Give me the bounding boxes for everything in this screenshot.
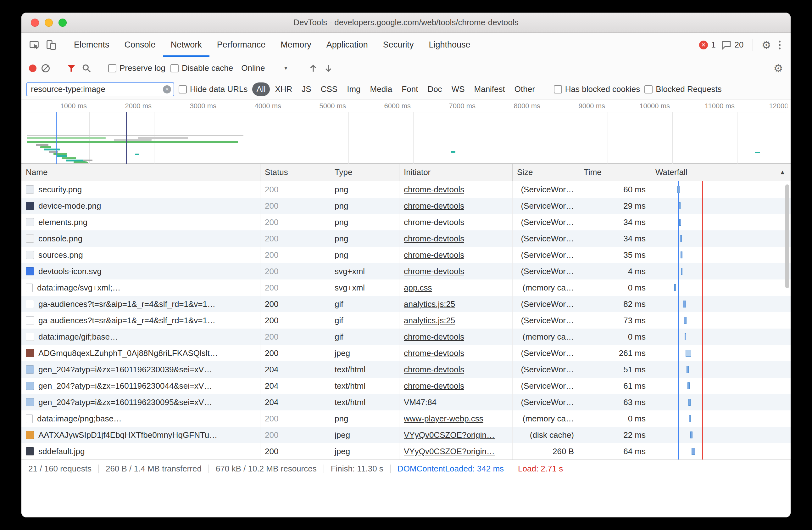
filter-pill-media[interactable]: Media <box>366 82 397 96</box>
tab-application[interactable]: Application <box>319 33 376 57</box>
initiator-link[interactable]: chrome-devtools <box>404 332 464 342</box>
tab-performance[interactable]: Performance <box>209 33 273 57</box>
initiator-link[interactable]: VM47:84 <box>404 398 436 407</box>
blocked-requests-checkbox[interactable] <box>644 85 653 94</box>
table-row[interactable]: elements.png200pngchrome-devtools(Servic… <box>21 214 791 231</box>
filter-pill-css[interactable]: CSS <box>316 82 342 96</box>
tab-security[interactable]: Security <box>376 33 421 57</box>
zoom-window-button[interactable] <box>58 18 67 27</box>
tab-console[interactable]: Console <box>117 33 163 57</box>
cell-waterfall <box>651 214 791 231</box>
filter-pill-js[interactable]: JS <box>297 82 316 96</box>
filter-pill-all[interactable]: All <box>252 82 270 96</box>
clear-filter-icon[interactable]: × <box>163 85 171 94</box>
filter-pill-manifest[interactable]: Manifest <box>470 82 509 96</box>
column-header-status[interactable]: Status <box>260 164 330 181</box>
tab-network[interactable]: Network <box>163 33 209 57</box>
cell-time: 0 ms <box>579 410 651 427</box>
table-row[interactable]: ga-audiences?t=sr&aip=1&_r=4&slf_rd=1&v=… <box>21 312 791 329</box>
table-row[interactable]: data:image/gif;base…200gifchrome-devtool… <box>21 329 791 345</box>
settings-gear-icon[interactable]: ⚙ <box>762 40 771 50</box>
disable-cache-group: Disable cache <box>171 63 233 73</box>
inspect-element-icon[interactable] <box>26 33 43 57</box>
table-row[interactable]: data:image/png;base…200pngwww-player-web… <box>21 410 791 427</box>
table-row[interactable]: security.png200pngchrome-devtools(Servic… <box>21 181 791 198</box>
initiator-link[interactable]: chrome-devtools <box>404 365 464 375</box>
tab-elements[interactable]: Elements <box>66 33 117 57</box>
initiator-link[interactable]: chrome-devtools <box>404 201 464 211</box>
table-row[interactable]: console.png200pngchrome-devtools(Service… <box>21 231 791 247</box>
overview[interactable]: 1000 ms2000 ms3000 ms4000 ms5000 ms6000 … <box>25 99 787 164</box>
initiator-link[interactable]: analytics.js:25 <box>404 299 455 309</box>
error-badge[interactable]: ✕ 1 <box>699 40 715 50</box>
initiator-link[interactable]: www-player-webp.css <box>404 414 483 423</box>
column-header-size[interactable]: Size <box>512 164 579 181</box>
filter-input[interactable] <box>26 82 174 96</box>
table-row[interactable]: device-mode.png200pngchrome-devtools(Ser… <box>21 198 791 214</box>
scrollbar-thumb[interactable] <box>785 184 789 288</box>
initiator-link[interactable]: chrome-devtools <box>404 348 464 358</box>
overview-gridline <box>413 112 414 164</box>
device-toolbar-icon[interactable] <box>43 33 60 57</box>
table-row[interactable]: devtools-icon.svg200svg+xmlchrome-devtoo… <box>21 263 791 279</box>
cell-time: 29 ms <box>579 198 651 214</box>
preserve-log-checkbox[interactable] <box>108 64 116 72</box>
filter-funnel-icon[interactable] <box>66 63 76 73</box>
throttling-select[interactable]: Online ▼ <box>238 61 291 75</box>
table-row[interactable]: gen_204?atyp=i&zx=1601196230044&sei=xV…2… <box>21 378 791 394</box>
filter-pill-ws[interactable]: WS <box>447 82 469 96</box>
initiator-link[interactable]: analytics.js:25 <box>404 316 455 325</box>
clear-requests-icon[interactable] <box>42 64 50 72</box>
cell-type: jpeg <box>330 345 400 361</box>
error-icon: ✕ <box>699 41 708 50</box>
waterfall-bar <box>688 399 691 406</box>
column-header-time[interactable]: Time <box>579 164 651 181</box>
cell-waterfall <box>651 329 791 345</box>
has-blocked-cookies-checkbox[interactable] <box>554 85 562 94</box>
table-row[interactable]: gen_204?atyp=i&zx=1601196230039&sei=xV…2… <box>21 361 791 378</box>
sort-ascending-icon[interactable]: ▲ <box>779 169 786 176</box>
table-row[interactable]: sources.png200pngchrome-devtools(Service… <box>21 247 791 263</box>
record-button[interactable] <box>29 65 37 72</box>
import-har-icon[interactable] <box>308 63 318 73</box>
filter-pill-xhr[interactable]: XHR <box>271 82 296 96</box>
hide-data-urls-checkbox[interactable] <box>179 85 187 94</box>
tab-memory[interactable]: Memory <box>273 33 319 57</box>
export-har-icon[interactable] <box>323 63 333 73</box>
initiator-link[interactable]: chrome-devtools <box>404 218 464 227</box>
initiator-link[interactable]: chrome-devtools <box>404 250 464 260</box>
disable-cache-checkbox[interactable] <box>171 64 179 72</box>
cell-time: 73 ms <box>579 312 651 329</box>
initiator-link[interactable]: chrome-devtools <box>404 234 464 243</box>
minimize-window-button[interactable] <box>45 18 53 27</box>
initiator-link[interactable]: chrome-devtools <box>404 381 464 391</box>
initiator-link[interactable]: VYyQv0CSZOE?origin… <box>404 430 495 440</box>
messages-badge[interactable]: 20 <box>722 40 744 50</box>
filter-pill-other[interactable]: Other <box>510 82 539 96</box>
tab-lighthouse[interactable]: Lighthouse <box>421 33 478 57</box>
column-header-waterfall[interactable]: Waterfall▲ <box>651 164 791 181</box>
table-row[interactable]: ADGmqu8qexLZuhphT_0Aj88Ng8riLFKASQlslt…2… <box>21 345 791 361</box>
filter-pill-font[interactable]: Font <box>397 82 422 96</box>
more-options-icon[interactable] <box>777 39 782 51</box>
filter-pill-img[interactable]: Img <box>343 82 365 96</box>
close-window-button[interactable] <box>31 18 39 27</box>
initiator-link[interactable]: chrome-devtools <box>404 185 464 195</box>
initiator-link[interactable]: chrome-devtools <box>404 267 464 276</box>
table-row[interactable]: ga-audiences?t=sr&aip=1&_r=4&slf_rd=1&v=… <box>21 296 791 312</box>
table-row[interactable]: gen_204?atyp=i&zx=1601196230095&sei=xV…2… <box>21 394 791 410</box>
search-icon[interactable] <box>82 63 91 73</box>
initiator-link[interactable]: VYyQv0CSZOE?origin… <box>404 447 495 456</box>
table-row[interactable]: AATXAJywSIpD1jf4EbqHXTfbe0mnyHqGFNTu…200… <box>21 427 791 443</box>
cell-time: 261 ms <box>579 345 651 361</box>
table-row[interactable]: data:image/svg+xml;…200svg+xmlapp.css(me… <box>21 279 791 296</box>
column-header-type[interactable]: Type <box>330 164 400 181</box>
initiator-link[interactable]: app.css <box>404 283 432 293</box>
column-header-name[interactable]: Name <box>21 164 260 181</box>
cell-initiator: VYyQv0CSZOE?origin… <box>400 443 512 460</box>
column-header-initiator[interactable]: Initiator <box>400 164 512 181</box>
table-row[interactable]: sddefault.jpg200jpegVYyQv0CSZOE?origin…2… <box>21 443 791 460</box>
cell-status: 200 <box>260 443 330 460</box>
network-settings-gear-icon[interactable]: ⚙ <box>774 63 783 74</box>
filter-pill-doc[interactable]: Doc <box>423 82 446 96</box>
